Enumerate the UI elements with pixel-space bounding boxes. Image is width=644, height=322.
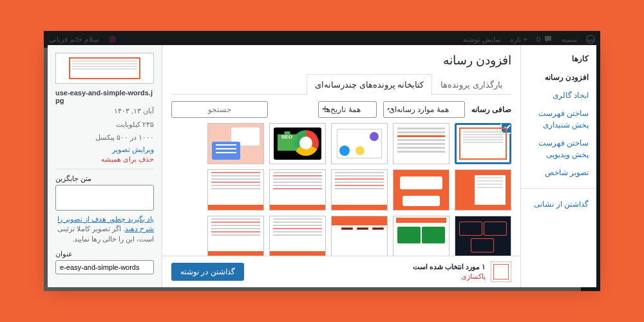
media-item[interactable] [207,216,264,256]
media-grid: SEO [162,123,520,256]
attachment-preview [55,53,154,84]
title-input[interactable] [55,260,154,274]
media-item-selected[interactable] [455,123,511,164]
filter-type-select[interactable]: همهٔ موارد رسانه‌ای [383,101,465,118]
media-item[interactable] [207,169,264,211]
media-item[interactable] [207,123,264,164]
insert-button[interactable]: گذاشتن در نوشته [171,263,244,281]
tab-library[interactable]: کتابخانه پرونده‌های چندرسانه‌ای [307,74,432,95]
action-audio-playlist[interactable]: ساختن فهرست پخش شنیداری [529,104,589,134]
media-item[interactable] [331,169,388,211]
modal-title: افزودن رسانه [171,53,511,68]
media-item[interactable] [269,169,326,211]
media-item[interactable] [393,216,450,256]
media-item[interactable] [455,169,511,211]
attachment-filename: use-easy-and-simple-words.jpg [55,89,154,104]
filter-date-select[interactable]: همهٔ تاریخ‌ها [318,101,377,118]
media-item[interactable] [331,123,388,164]
alt-text-input[interactable] [55,185,154,211]
modal-footer: ۱ مورد انتخاب شده است پاکسازی گذاشتن در … [162,256,520,287]
edit-image-link[interactable]: ویرایش تصویر [55,146,154,154]
actions-heading: کارها [529,54,589,63]
alt-help: یاد بگیرید چطور هدف از تصویر را شرح دهید… [55,214,154,245]
action-video-playlist[interactable]: ساختن فهرست پخش ویدیویی [529,134,589,164]
media-item[interactable] [393,169,450,211]
action-featured-image[interactable]: تصویر شاخص [529,164,589,182]
media-main: افزودن رسانه بارگذاری پرونده‌ها کتابخانه… [162,45,520,287]
actions-sidebar: کارها افزودن رسانه ایجاد گالری ساختن فهر… [520,45,596,287]
attachment-details: use-easy-and-simple-words.jpg آبان ۱۳, ۱… [48,45,162,287]
selection-thumb[interactable] [491,261,511,282]
media-tabs: بارگذاری پرونده‌ها کتابخانه پرونده‌های چ… [171,74,511,95]
selection-count: ۱ مورد انتخاب شده است [413,263,486,270]
media-toolbar: صافی رسانه همهٔ موارد رسانه‌ای همهٔ تاری… [162,95,520,123]
action-insert-from-url[interactable]: گذاشتن از نشانی [529,195,589,213]
tab-upload[interactable]: بارگذاری پرونده‌ها [432,74,511,95]
action-add-media[interactable]: افزودن رسانه [529,68,589,86]
filter-label: صافی رسانه [471,105,511,114]
media-item[interactable] [269,216,326,256]
media-modal: ✕ کارها افزودن رسانه ایجاد گالری ساختن ف… [48,45,596,287]
clear-selection[interactable]: پاکسازی [461,272,486,280]
media-item[interactable] [393,123,450,164]
attachment-date: آبان ۱۳, ۱۴۰۳ [55,106,154,117]
attachment-dims: ۱۰۰۰ در ۵۰۰ پیکسل [55,132,154,143]
media-item[interactable]: SEO [269,123,326,164]
media-item[interactable] [455,216,511,256]
action-create-gallery[interactable]: ایجاد گالری [529,86,589,104]
delete-image-link[interactable]: حذف برای همیشه [55,155,154,164]
alt-label: متن جایگزین [55,175,154,183]
search-input[interactable] [171,101,268,118]
media-item[interactable] [331,216,388,256]
attachment-size: ۲۳۵ کیلوبایت [55,119,154,130]
title-label: عنوان [55,250,154,258]
selection-info: ۱ مورد انتخاب شده است پاکسازی [413,261,511,282]
